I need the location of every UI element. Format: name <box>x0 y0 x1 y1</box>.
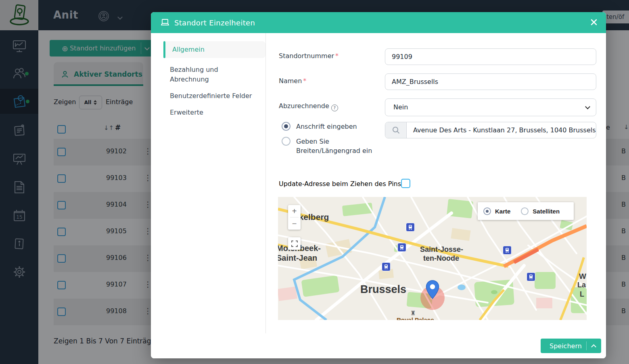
update-pin-checkbox[interactable] <box>401 179 410 188</box>
map-label-edge-w: W <box>579 272 586 281</box>
save-button[interactable]: Speichern <box>541 339 601 353</box>
fullscreen-icon <box>291 241 298 247</box>
address-search-group: Avenue Des Arts - Kunstlaan 27, Brussels… <box>385 122 596 138</box>
zoom-in-button[interactable]: + <box>288 205 301 217</box>
map-type-karte-label: Karte <box>495 208 510 215</box>
map-label-royal-palace: Royal Palace <box>397 316 434 320</box>
castle-icon: ♜ <box>410 310 416 317</box>
metro-station-icon <box>503 246 512 255</box>
abzurechnende-value: Nein <box>393 103 408 111</box>
modal-header: Standort Einzelheiten <box>151 12 606 33</box>
metro-station-icon <box>527 272 535 281</box>
required-asterisk: * <box>303 77 306 85</box>
standortnummer-label: Standortnummer* <box>279 48 385 65</box>
nav-item-erweiterte[interactable]: Erweiterte <box>170 108 255 117</box>
abzurechnende-label: Abzurechnende? <box>279 98 385 116</box>
address-mode-radios: Anschrift eingeben Geben Sie Breiten/Län… <box>279 122 385 161</box>
chevron-up-icon[interactable] <box>591 344 596 349</box>
map-label-saint-josse-1: Saint-Josse- <box>420 245 463 254</box>
location-details-modal: Standort Einzelheiten Allgemein Bezahlun… <box>151 12 606 358</box>
modal-nav: Allgemein Bezahlung und Abrechnung Benut… <box>151 33 266 333</box>
map-label-saint-josse-2: ten-Noode <box>423 254 459 263</box>
modal-footer: Speichern <box>151 333 606 358</box>
modal-body: Allgemein Bezahlung und Abrechnung Benut… <box>151 33 606 333</box>
required-asterisk: * <box>335 52 339 60</box>
update-pin-row: Update-Adresse beim Ziehen des Pins <box>279 179 596 190</box>
button-divider <box>586 341 587 350</box>
chevron-down-icon <box>585 104 590 109</box>
update-pin-label: Update-Adresse beim Ziehen des Pins <box>279 179 401 190</box>
metro-station-icon <box>406 223 415 232</box>
app-root: 15 Anit <box>0 0 629 364</box>
namen-label: Namen* <box>279 73 385 90</box>
map-marker-pin[interactable] <box>426 280 439 299</box>
map-zoom-control: + − <box>288 205 301 230</box>
map-fullscreen-button[interactable] <box>288 237 301 250</box>
map-type-satellit-label: Satelliten <box>533 208 560 215</box>
modal-title: Standort Einzelheiten <box>174 19 255 27</box>
map-label-edge-la: La <box>577 281 586 289</box>
nav-item-bezahlung[interactable]: Bezahlung und Abrechnung <box>170 65 255 84</box>
map-label-brussels: Brussels <box>360 283 406 296</box>
search-icon <box>392 126 400 134</box>
metro-station-icon <box>382 262 391 271</box>
radio-breiten-laengengrad[interactable]: Geben Sie Breiten/Längengrad ein <box>279 137 385 155</box>
radio-unselected-icon <box>282 137 290 146</box>
radio-selected-icon <box>282 122 290 131</box>
radio-anschrift[interactable]: Anschrift eingeben <box>279 122 385 131</box>
laptop-icon <box>161 19 169 26</box>
nav-item-benutzerdefinierte-felder[interactable]: Benutzerdefinierte Felder <box>170 91 255 101</box>
modal-form: Standortnummer* Namen* Abzurechnende? <box>266 33 612 333</box>
map-type-toggle: Karte Satelliten <box>478 202 574 220</box>
nav-item-allgemein[interactable]: Allgemein <box>163 41 265 58</box>
address-search-input[interactable]: Avenue Des Arts - Kunstlaan 27, Brussels… <box>407 122 596 138</box>
save-button-label: Speichern <box>550 342 582 350</box>
map-label-edge-l: L <box>580 290 584 299</box>
close-icon[interactable] <box>590 18 599 27</box>
help-icon[interactable]: ? <box>331 105 338 111</box>
metro-station-icon <box>397 243 406 252</box>
map-type-karte-radio[interactable] <box>483 207 491 215</box>
namen-field[interactable] <box>385 73 596 90</box>
search-addon <box>385 122 407 138</box>
abzurechnende-select[interactable]: Nein <box>385 98 596 116</box>
map-label-molenbeek-2: Saint-Jean <box>278 253 317 263</box>
map-type-satellit-radio[interactable] <box>521 207 529 215</box>
zoom-out-button[interactable]: − <box>288 218 301 230</box>
map-canvas[interactable]: ekelberg Molenbeek- Saint-Jean Saint-Jos… <box>278 197 587 320</box>
standortnummer-field[interactable] <box>385 48 596 65</box>
